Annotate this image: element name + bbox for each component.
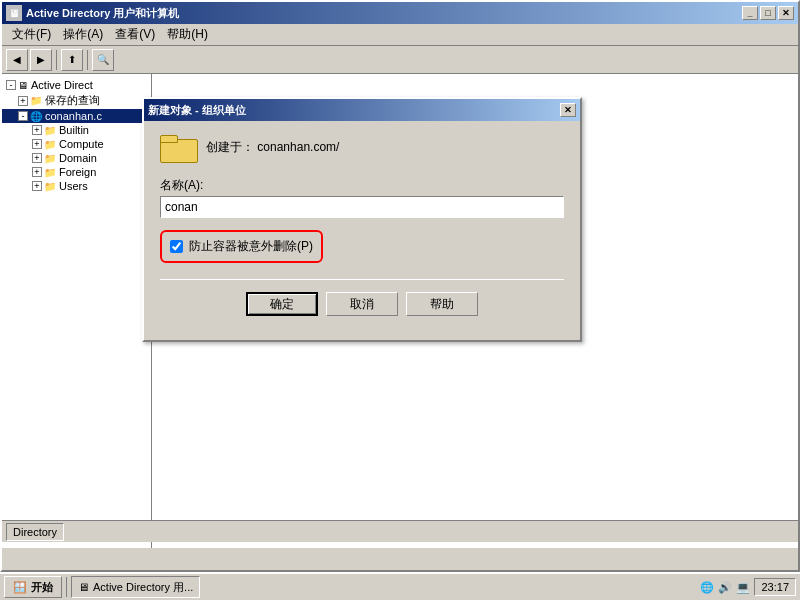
dialog-overlay: 新建对象 - 组织单位 ✕ 创建于： conanhan.com/ 名称(A): xyxy=(2,2,798,570)
start-button[interactable]: 🪟 开始 xyxy=(4,576,62,598)
start-label: 开始 xyxy=(31,580,53,595)
prevent-delete-label[interactable]: 防止容器被意外删除(P) xyxy=(189,238,313,255)
dialog-divider xyxy=(160,279,564,280)
start-icon: 🪟 xyxy=(13,581,27,594)
cancel-button[interactable]: 取消 xyxy=(326,292,398,316)
created-at-row: 创建于： conanhan.com/ xyxy=(160,133,564,161)
ok-button[interactable]: 确定 xyxy=(246,292,318,316)
help-button[interactable]: 帮助 xyxy=(406,292,478,316)
created-at-prefix: 创建于： xyxy=(206,140,254,154)
name-label: 名称(A): xyxy=(160,177,564,194)
created-at-value: conanhan.com/ xyxy=(257,140,339,154)
dialog-title-bar: 新建对象 - 组织单位 ✕ xyxy=(144,99,580,121)
taskbar-right: 🌐 🔊 💻 23:17 xyxy=(700,578,796,596)
created-at-label: 创建于： conanhan.com/ xyxy=(206,139,339,156)
clock: 23:17 xyxy=(754,578,796,596)
taskbar-separator xyxy=(66,577,67,597)
prevent-delete-checkbox[interactable] xyxy=(170,240,183,253)
prevent-delete-checkbox-row: 防止容器被意外删除(P) xyxy=(160,230,323,263)
folder-icon xyxy=(160,133,196,161)
taskbar-ad-label: Active Directory 用... xyxy=(93,580,193,595)
taskbar-network-icon: 🌐 xyxy=(700,581,714,594)
taskbar-ad-icon: 🖥 xyxy=(78,581,89,593)
main-window: 🖥 Active Directory 用户和计算机 _ □ ✕ 文件(F) 操作… xyxy=(0,0,800,572)
taskbar: 🪟 开始 🖥 Active Directory 用... 🌐 🔊 💻 23:17 xyxy=(0,572,800,600)
taskbar-sound-icon: 🔊 xyxy=(718,581,732,594)
dialog-buttons: 确定 取消 帮助 xyxy=(160,292,564,328)
dialog-close-button[interactable]: ✕ xyxy=(560,103,576,117)
taskbar-monitor-icon: 💻 xyxy=(736,581,750,594)
taskbar-ad-button[interactable]: 🖥 Active Directory 用... xyxy=(71,576,200,598)
dialog-content: 创建于： conanhan.com/ 名称(A): 防止容器被意外删除(P) 确… xyxy=(144,121,580,340)
dialog-title-text: 新建对象 - 组织单位 xyxy=(148,103,246,118)
name-input[interactable] xyxy=(160,196,564,218)
new-object-dialog: 新建对象 - 组织单位 ✕ 创建于： conanhan.com/ 名称(A): xyxy=(142,97,582,342)
